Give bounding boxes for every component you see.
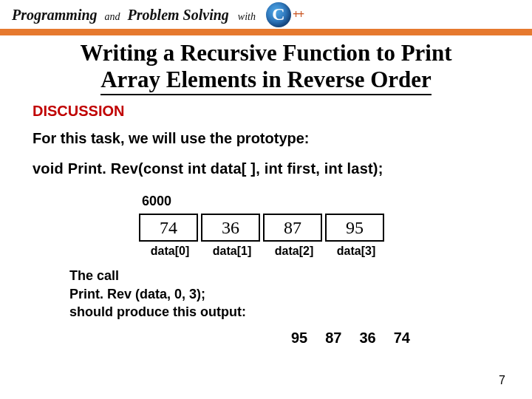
slide-title: Writing a Recursive Function to Print Ar… <box>30 40 502 95</box>
cpp-c-icon: C <box>266 2 291 27</box>
cpp-logo: C ++ <box>266 2 303 27</box>
output-value: 95 <box>291 330 307 347</box>
array-cell: 74 <box>139 214 198 242</box>
title-line2: Array Elements in Reverse Order <box>100 66 432 96</box>
array-cells: 74 36 87 95 <box>139 214 532 242</box>
intro-text: For this task, we will use the prototype… <box>33 130 532 147</box>
call-line3: should produce this output: <box>69 303 532 321</box>
memory-address-label: 6000 <box>142 194 532 209</box>
call-line2: Print. Rev (data, 0, 3); <box>69 285 532 303</box>
brand-word-programming: Programming <box>12 7 98 24</box>
output-value: 87 <box>325 330 341 347</box>
array-cell: 95 <box>325 214 384 242</box>
brand-word-with: with <box>238 11 256 23</box>
output-value: 74 <box>394 330 410 347</box>
array-cell: 87 <box>263 214 322 242</box>
section-heading-discussion: DISCUSSION <box>33 103 532 120</box>
array-index-labels: data[0] data[1] data[2] data[3] <box>139 245 532 258</box>
array-cell: 36 <box>201 214 260 242</box>
header-divider <box>0 31 532 35</box>
call-line1: The call <box>69 267 532 284</box>
array-index-label: data[1] <box>201 245 263 258</box>
expected-output: 95 87 36 74 <box>291 330 410 347</box>
title-line1: Writing a Recursive Function to Print <box>80 40 451 66</box>
page-number: 7 <box>499 374 505 387</box>
array-index-label: data[0] <box>139 245 201 258</box>
call-description: The call Print. Rev (data, 0, 3); should… <box>69 267 532 321</box>
cpp-plus-icon: ++ <box>293 8 303 21</box>
brand-text: Programming and Problem Solving with C +… <box>12 2 303 27</box>
array-index-label: data[3] <box>325 245 387 258</box>
brand-word-problem-solving: Problem Solving <box>128 7 229 24</box>
output-value: 36 <box>360 330 376 347</box>
brand-word-and: and <box>105 11 120 23</box>
brand-header: Programming and Problem Solving with C +… <box>0 0 532 31</box>
array-index-label: data[2] <box>263 245 325 258</box>
function-prototype: void Print. Rev(const int data[ ], int f… <box>33 160 532 177</box>
